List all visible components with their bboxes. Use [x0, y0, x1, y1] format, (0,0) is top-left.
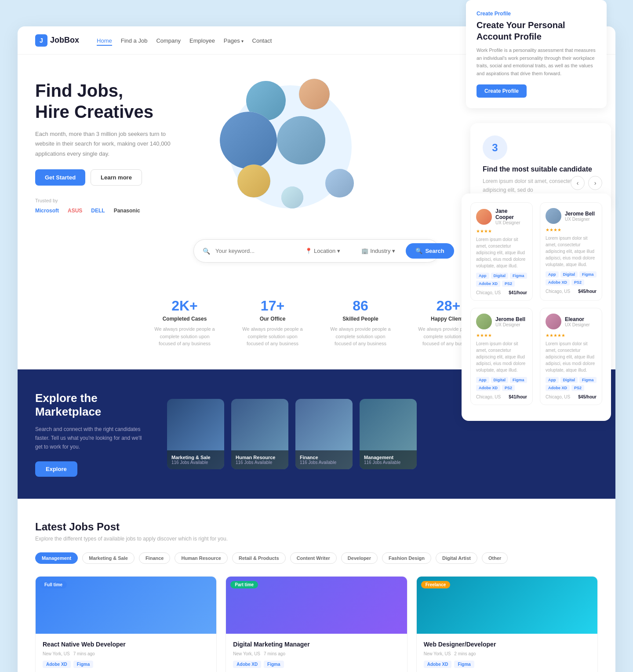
- candidate-avatar-2: [546, 208, 561, 224]
- cat-jobs-1: 116 Jobs Available: [171, 460, 220, 465]
- job-card-img-3: Freelance: [417, 577, 597, 634]
- candidate-card-4: Eleanor UX Designer ★★★★★ Lorem ipsum do…: [540, 308, 602, 405]
- ctag-3d: Adobe XD: [476, 385, 500, 391]
- candidate-desc-4: Lorem ipsum dolor sit amet, consectetur …: [546, 340, 597, 373]
- nav-company[interactable]: Company: [156, 37, 181, 44]
- candidate-name-2: Jerome Bell: [565, 211, 595, 217]
- logo-text: JobBox: [50, 36, 79, 45]
- candidate-stars-2: ★★★★: [546, 227, 597, 232]
- logo-icon: J: [35, 34, 47, 47]
- filter-developer[interactable]: Developer: [341, 552, 378, 564]
- filter-hr[interactable]: Human Resource: [175, 552, 227, 564]
- nav-find-job[interactable]: Find a Job: [121, 37, 148, 44]
- cat-title-4: Management: [364, 455, 412, 460]
- stat-office: 17+ Our Office We always provide people …: [242, 298, 303, 347]
- market-card-1[interactable]: Marketing & Sale 116 Jobs Available: [167, 399, 224, 469]
- job-card-body-2: Digital Marketing Manager New York, US 7…: [226, 634, 407, 672]
- candidate-desc-3: Lorem ipsum dolor sit amet, consectetur …: [476, 340, 527, 373]
- explore-button[interactable]: Explore: [35, 461, 77, 477]
- img-bubble-4: [277, 116, 325, 164]
- candidate-avatar-4: [546, 314, 561, 329]
- search-icon: 🔍: [203, 248, 210, 255]
- stat-completed-desc: We always provide people a complete solu…: [154, 325, 215, 347]
- profile-card-desc: Work Profile is a personality assessment…: [477, 47, 596, 77]
- job-tag-2b: Figma: [264, 661, 284, 668]
- carousel-nav: ‹ ›: [571, 176, 602, 190]
- job-tags-1: Adobe XD Figma: [43, 661, 209, 668]
- filter-retail[interactable]: Retail & Products: [232, 552, 286, 564]
- search-button[interactable]: 🔍 Search: [406, 243, 454, 259]
- market-card-overlay-2: Human Resource 116 Jobs Available: [231, 450, 288, 469]
- ctag-1d: Adobe XD: [476, 281, 500, 287]
- get-started-button[interactable]: Get Started: [35, 169, 85, 186]
- candidate-header-2: Jerome Bell UX Designer: [546, 208, 597, 224]
- trusted-by-label: Trusted by: [35, 198, 180, 203]
- candidate-avatar-1: [476, 209, 492, 225]
- brand-dell: DELL: [91, 208, 105, 214]
- job-time-3: 2 mins ago: [454, 651, 476, 656]
- candidate-footer-4: Chicago, US $45/hour: [546, 394, 597, 399]
- candidate-footer-1: Chicago, US $41/hour: [476, 290, 527, 295]
- filter-finance[interactable]: Finance: [139, 552, 171, 564]
- filter-other[interactable]: Other: [482, 552, 508, 564]
- market-card-4[interactable]: Management 116 Jobs Available: [360, 399, 417, 469]
- nav-home[interactable]: Home: [97, 37, 112, 46]
- candidate-name-1: Jane Cooper: [495, 208, 527, 220]
- market-card-3[interactable]: Finance 116 Jobs Available: [295, 399, 353, 469]
- candidate-desc-1: Lorem ipsum dolor sit amet, consectetur …: [476, 236, 527, 269]
- candidate-card-3: Jerome Bell UX Designer ★★★★ Lorem ipsum…: [470, 308, 533, 405]
- profile-card: Create Profile Create Your Personal Acco…: [466, 0, 607, 108]
- search-input[interactable]: [215, 248, 289, 254]
- candidate-footer-2: Chicago, US $45/hour: [546, 289, 597, 294]
- ctag-4a: App: [546, 377, 559, 383]
- jobs-section: Latest Jobs Post Explore the different t…: [18, 499, 615, 672]
- brand-logos: Microsoft ASUS DELL Panasonic: [35, 208, 180, 214]
- nav-contact[interactable]: Contact: [252, 37, 272, 44]
- location-icon: 📍: [305, 248, 312, 254]
- img-bubble-7: [281, 186, 303, 208]
- candidate-location-1: Chicago, US: [476, 290, 501, 295]
- filter-management[interactable]: Management: [35, 552, 78, 564]
- job-card-3: Freelance Web Designer/Developer New Yor…: [416, 576, 598, 672]
- brand-panasonic: Panasonic: [114, 208, 140, 214]
- candidate-avatar-3: [476, 314, 492, 329]
- job-cards: Full time React Native Web Developer New…: [35, 576, 598, 672]
- candidates-panel: ‹ › Jane Cooper UX Designer ★★★★ Lorem i…: [462, 194, 611, 421]
- nav-employee[interactable]: Employee: [189, 37, 215, 44]
- stat-office-number: 17+: [242, 298, 303, 314]
- learn-more-button[interactable]: Learn more: [91, 169, 142, 186]
- search-bar: 🔍 📍 Location ▾ 🏢 Industry ▾ 🔍 Search: [193, 239, 440, 263]
- carousel-prev[interactable]: ‹: [571, 176, 585, 190]
- candidate-tags-2: App Digital Figma Adobe XD PS2: [546, 271, 597, 285]
- candidate-rate-1: $41/hour: [509, 290, 527, 295]
- job-meta-1: New York, US 7 mins ago: [43, 651, 209, 656]
- job-card-body-3: Web Designer/Developer New York, US 2 mi…: [417, 634, 597, 672]
- filter-fashion[interactable]: Fashion Design: [382, 552, 431, 564]
- ctag-3a: App: [476, 377, 489, 383]
- nav-pages[interactable]: Pages: [224, 37, 244, 44]
- carousel-next[interactable]: ›: [588, 176, 602, 190]
- cat-jobs-4: 116 Jobs Available: [364, 460, 412, 465]
- candidate-name-3: Jerome Bell: [495, 316, 525, 322]
- ctag-1a: App: [476, 273, 489, 279]
- job-tag-1b: Figma: [73, 661, 93, 668]
- create-profile-label: Create Profile: [477, 11, 596, 17]
- candidate-info-4: Eleanor UX Designer: [565, 316, 590, 327]
- search-industry[interactable]: 🏢 Industry ▾: [356, 248, 400, 254]
- step-number: 3: [483, 135, 507, 160]
- job-tag-2a: Adobe XD: [233, 661, 261, 668]
- stat-office-desc: We always provide people a complete solu…: [242, 325, 303, 347]
- candidate-tags-4: App Digital Figma Adobe XD PS2: [546, 377, 597, 391]
- filter-marketing[interactable]: Marketing & Sale: [82, 552, 135, 564]
- industry-label: Industry: [370, 248, 390, 254]
- job-location-1: New York, US: [43, 651, 70, 656]
- market-card-2[interactable]: Human Resource 116 Jobs Available: [231, 399, 288, 469]
- filter-content[interactable]: Content Writer: [290, 552, 337, 564]
- img-bubble-5: [237, 164, 270, 197]
- search-location[interactable]: 📍 Location ▾: [300, 248, 346, 254]
- candidate-stars-3: ★★★★: [476, 333, 527, 338]
- create-profile-button[interactable]: Create Profile: [477, 84, 527, 98]
- filter-digital[interactable]: Digital Artist: [436, 552, 477, 564]
- marketplace-left: Explore the Marketplace Search and conne…: [35, 391, 149, 477]
- search-btn-label: Search: [425, 248, 444, 254]
